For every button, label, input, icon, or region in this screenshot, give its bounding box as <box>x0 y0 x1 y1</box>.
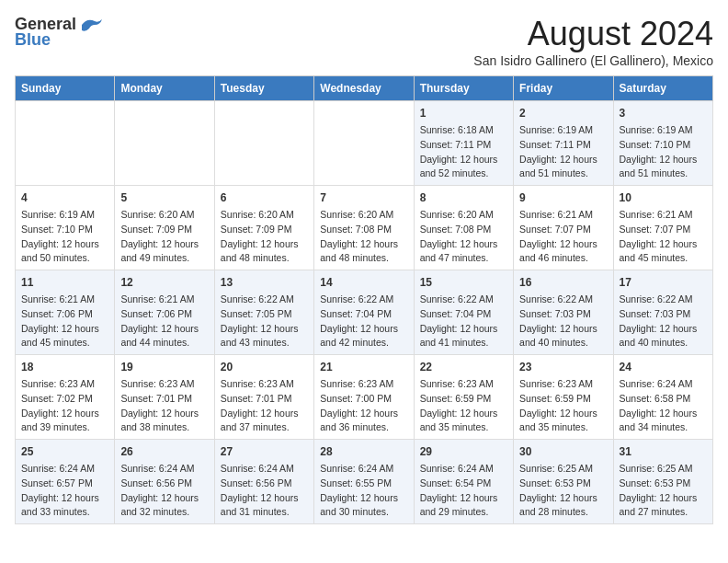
cell-content-line: Daylight: 12 hours <box>620 322 707 337</box>
calendar-cell: 28Sunrise: 6:24 AMSunset: 6:55 PMDayligh… <box>314 440 414 524</box>
cell-content-line: and 45 minutes. <box>21 336 108 350</box>
cell-content-line: Sunrise: 6:19 AM <box>21 208 108 223</box>
cell-content-line: and 32 minutes. <box>120 505 208 520</box>
cell-content-line: Sunrise: 6:22 AM <box>320 293 407 307</box>
day-number: 9 <box>519 190 607 206</box>
day-number: 11 <box>21 274 108 291</box>
cell-content-line: and 44 minutes. <box>120 336 208 350</box>
cell-content-line: and 29 minutes. <box>420 505 507 520</box>
cell-content-line: and 48 minutes. <box>320 251 407 266</box>
cell-content-line: Daylight: 12 hours <box>519 407 607 421</box>
cell-content-line: Sunset: 7:05 PM <box>221 307 308 322</box>
cell-content-line: and 47 minutes. <box>420 251 507 266</box>
calendar-cell: 30Sunrise: 6:25 AMSunset: 6:53 PMDayligh… <box>514 440 613 524</box>
cell-content-line: Sunset: 7:06 PM <box>120 307 208 322</box>
cell-content-line: and 36 minutes. <box>320 420 407 435</box>
cell-content-line: Sunrise: 6:22 AM <box>519 293 607 307</box>
cell-content-line: Sunrise: 6:25 AM <box>620 462 707 477</box>
calendar-cell: 1Sunrise: 6:18 AMSunset: 7:11 PMDaylight… <box>414 101 513 186</box>
cell-content-line: Sunrise: 6:23 AM <box>320 377 407 392</box>
cell-content-line: Sunset: 7:01 PM <box>221 392 308 407</box>
cell-content-line: and 30 minutes. <box>320 505 407 520</box>
cell-content-line: and 52 minutes. <box>420 167 507 181</box>
day-number: 14 <box>320 274 407 291</box>
calendar-cell: 14Sunrise: 6:22 AMSunset: 7:04 PMDayligh… <box>314 270 414 355</box>
weekday-header-monday: Monday <box>115 76 214 101</box>
cell-content-line: and 39 minutes. <box>21 420 108 435</box>
cell-content-line: Sunset: 6:58 PM <box>620 392 707 407</box>
cell-content-line: Sunrise: 6:23 AM <box>221 377 308 392</box>
cell-content-line: Sunset: 6:56 PM <box>120 477 208 491</box>
calendar-cell: 17Sunrise: 6:22 AMSunset: 7:03 PMDayligh… <box>613 270 712 355</box>
cell-content-line: Daylight: 12 hours <box>620 237 707 252</box>
day-number: 15 <box>420 274 507 291</box>
calendar-cell: 23Sunrise: 6:23 AMSunset: 6:59 PMDayligh… <box>514 355 613 440</box>
day-number: 28 <box>320 443 407 460</box>
cell-content-line: and 33 minutes. <box>21 505 108 520</box>
day-number: 26 <box>120 443 208 460</box>
cell-content-line: Daylight: 12 hours <box>221 407 308 421</box>
calendar-cell: 26Sunrise: 6:24 AMSunset: 6:56 PMDayligh… <box>115 440 214 524</box>
calendar-week-row: 1Sunrise: 6:18 AMSunset: 7:11 PMDaylight… <box>16 101 713 186</box>
weekday-header-tuesday: Tuesday <box>214 76 313 101</box>
cell-content-line: Sunrise: 6:24 AM <box>21 462 108 477</box>
month-title: August 2024 <box>473 15 713 53</box>
cell-content-line: Sunset: 7:08 PM <box>420 223 507 237</box>
calendar-cell: 22Sunrise: 6:23 AMSunset: 6:59 PMDayligh… <box>414 355 513 440</box>
cell-content-line: Sunset: 7:00 PM <box>320 392 407 407</box>
cell-content-line: Daylight: 12 hours <box>420 322 507 337</box>
cell-content-line: Daylight: 12 hours <box>221 237 308 252</box>
calendar-cell: 7Sunrise: 6:20 AMSunset: 7:08 PMDaylight… <box>314 186 414 270</box>
calendar-cell <box>115 101 214 186</box>
cell-content-line: Sunset: 7:08 PM <box>320 223 407 237</box>
cell-content-line: Daylight: 12 hours <box>221 491 308 506</box>
cell-content-line: Sunset: 6:53 PM <box>519 477 607 491</box>
cell-content-line: Daylight: 12 hours <box>21 491 108 506</box>
calendar-cell: 2Sunrise: 6:19 AMSunset: 7:11 PMDaylight… <box>514 101 613 186</box>
day-number: 31 <box>620 443 707 460</box>
day-number: 7 <box>320 190 407 206</box>
calendar-cell: 29Sunrise: 6:24 AMSunset: 6:54 PMDayligh… <box>414 440 513 524</box>
day-number: 23 <box>519 359 607 375</box>
cell-content-line: Daylight: 12 hours <box>120 237 208 252</box>
calendar-cell: 12Sunrise: 6:21 AMSunset: 7:06 PMDayligh… <box>115 270 214 355</box>
cell-content-line: Sunrise: 6:21 AM <box>620 208 707 223</box>
cell-content-line: Daylight: 12 hours <box>21 237 108 252</box>
calendar-cell: 9Sunrise: 6:21 AMSunset: 7:07 PMDaylight… <box>514 186 613 270</box>
cell-content-line: Sunset: 7:02 PM <box>21 392 108 407</box>
cell-content-line: Sunrise: 6:21 AM <box>21 293 108 307</box>
cell-content-line: and 51 minutes. <box>620 167 707 181</box>
day-number: 10 <box>620 190 707 206</box>
cell-content-line: Daylight: 12 hours <box>420 153 507 167</box>
cell-content-line: Daylight: 12 hours <box>620 153 707 167</box>
weekday-header-wednesday: Wednesday <box>314 76 414 101</box>
cell-content-line: Daylight: 12 hours <box>21 407 108 421</box>
cell-content-line: Daylight: 12 hours <box>120 491 208 506</box>
cell-content-line: and 41 minutes. <box>420 336 507 350</box>
calendar-cell: 24Sunrise: 6:24 AMSunset: 6:58 PMDayligh… <box>613 355 712 440</box>
cell-content-line: Sunrise: 6:20 AM <box>320 208 407 223</box>
cell-content-line: Sunset: 7:09 PM <box>221 223 308 237</box>
day-number: 1 <box>420 105 507 121</box>
cell-content-line: and 35 minutes. <box>420 420 507 435</box>
day-number: 16 <box>519 274 607 291</box>
cell-content-line: Sunset: 7:01 PM <box>120 392 208 407</box>
cell-content-line: Sunrise: 6:18 AM <box>420 123 507 138</box>
cell-content-line: Sunrise: 6:20 AM <box>221 208 308 223</box>
cell-content-line: and 34 minutes. <box>620 420 707 435</box>
day-number: 17 <box>620 274 707 291</box>
weekday-header-thursday: Thursday <box>414 76 513 101</box>
subtitle: San Isidro Gallinero (El Gallinero), Mex… <box>473 53 713 68</box>
cell-content-line: Sunset: 6:59 PM <box>519 392 607 407</box>
day-number: 13 <box>221 274 308 291</box>
cell-content-line: Sunrise: 6:20 AM <box>420 208 507 223</box>
day-number: 5 <box>120 190 208 206</box>
cell-content-line: Sunrise: 6:19 AM <box>620 123 707 138</box>
calendar-cell: 18Sunrise: 6:23 AMSunset: 7:02 PMDayligh… <box>16 355 115 440</box>
day-number: 21 <box>320 359 407 375</box>
calendar-cell: 10Sunrise: 6:21 AMSunset: 7:07 PMDayligh… <box>613 186 712 270</box>
calendar-cell <box>214 101 313 186</box>
day-number: 3 <box>620 105 707 121</box>
cell-content-line: and 46 minutes. <box>519 251 607 266</box>
weekday-header-friday: Friday <box>514 76 613 101</box>
